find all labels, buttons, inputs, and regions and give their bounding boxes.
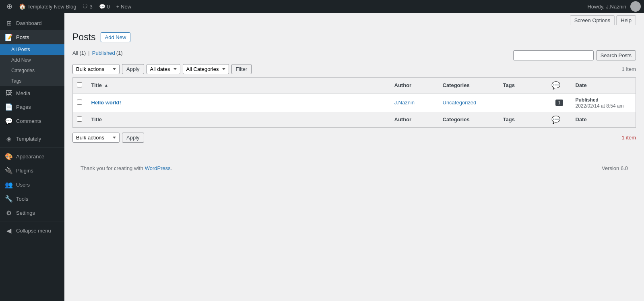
subnav-all-count: (1) [79, 50, 86, 56]
categories-select[interactable]: All Categories [183, 64, 229, 74]
select-all-checkbox[interactable] [77, 82, 82, 87]
sidebar-item-tools[interactable]: 🔧 Tools [0, 192, 64, 206]
checkbox-all-footer [73, 112, 87, 128]
appearance-icon: 🎨 [5, 153, 13, 160]
filter-bar-bottom: Bulk actions Edit Move to Trash Apply 1 … [72, 133, 636, 143]
sidebar-item-templately[interactable]: ◈ Templately [0, 132, 64, 146]
select-all-footer-checkbox[interactable] [77, 116, 82, 122]
sidebar: ⊞ Dashboard 📝 Posts All Posts Add New Ca… [0, 13, 64, 301]
page-title: Posts [72, 31, 96, 44]
sidebar-item-pages[interactable]: 📄 Pages [0, 100, 64, 114]
search-area: Search Posts [513, 50, 636, 60]
tags-header-label: Tags [503, 82, 515, 88]
author-cell: J.Naznin [390, 93, 439, 112]
search-posts-button[interactable]: Search Posts [596, 50, 636, 60]
tools-icon: 🔧 [5, 195, 13, 203]
site-name-label: Templately New Blog [27, 4, 76, 10]
title-header-label: Title [91, 82, 102, 88]
adminbar-avatar[interactable] [630, 1, 641, 12]
sidebar-item-all-posts[interactable]: All Posts [0, 44, 64, 55]
subnav-separator: | [88, 50, 89, 56]
comments-badge[interactable]: 1 [555, 100, 563, 106]
subnav-published[interactable]: Published [92, 50, 115, 56]
date-header: Date [572, 77, 636, 93]
sidebar-item-appearance[interactable]: 🎨 Appearance [0, 149, 64, 164]
sidebar-item-media[interactable]: 🖼 Media [0, 86, 64, 100]
comments-icon: 💬 [99, 4, 105, 10]
author-link[interactable]: J.Naznin [394, 100, 415, 106]
author-header: Author [390, 77, 439, 93]
author-header-label: Author [394, 82, 412, 88]
sidebar-item-categories[interactable]: Categories [0, 65, 64, 76]
apply-button-top[interactable]: Apply [122, 64, 144, 74]
sidebar-item-label: Pages [16, 104, 31, 110]
sidebar-item-users[interactable]: 👥 Users [0, 178, 64, 192]
adminbar-wp-logo[interactable]: ⊕ [3, 0, 16, 13]
bulk-actions-select-bottom[interactable]: Bulk actions Edit Move to Trash [72, 133, 120, 143]
dashboard-icon: ⊞ [5, 19, 13, 27]
title-header[interactable]: Title ▲ [87, 77, 390, 93]
apply-button-bottom[interactable]: Apply [122, 133, 144, 143]
author-footer: Author [390, 112, 439, 128]
categories-footer: Categories [439, 112, 499, 128]
collapse-icon: ◀ [5, 227, 13, 235]
sidebar-item-settings[interactable]: ⚙ Settings [0, 206, 64, 220]
sidebar-item-label: Settings [16, 210, 35, 216]
subnav-published-count: (1) [116, 50, 123, 56]
tags-value: — [503, 100, 508, 106]
search-input[interactable] [513, 50, 594, 60]
add-new-label: Add New [11, 57, 31, 63]
wp-logo-icon: ⊕ [6, 2, 12, 11]
sidebar-item-comments[interactable]: 💬 Comments [0, 114, 64, 128]
site-name-icon: 🏠 [19, 3, 26, 10]
row-checkbox[interactable] [77, 100, 82, 105]
sidebar-item-add-new[interactable]: Add New [0, 55, 64, 65]
add-new-button[interactable]: Add New [101, 32, 131, 42]
date-cell: Published 2022/02/14 at 8:54 am [572, 93, 636, 112]
sidebar-item-plugins[interactable]: 🔌 Plugins [0, 164, 64, 178]
adminbar-new[interactable]: + New [113, 0, 134, 13]
adminbar-comments[interactable]: 💬 0 [96, 0, 113, 13]
categories-header-label: Categories [443, 82, 470, 88]
item-count-bottom: 1 item [622, 135, 636, 141]
sidebar-item-dashboard[interactable]: ⊞ Dashboard [0, 16, 64, 30]
sidebar-item-posts[interactable]: 📝 Posts [0, 30, 64, 44]
subnav-all[interactable]: All [72, 50, 78, 56]
sidebar-item-label: Tools [16, 196, 28, 202]
sidebar-item-collapse[interactable]: ◀ Collapse menu [0, 224, 64, 238]
comments-icon-footer: 💬 [551, 115, 560, 124]
templately-icon: ◈ [5, 135, 13, 143]
post-title-link[interactable]: Hello world! [91, 100, 121, 106]
categories-label: Categories [11, 68, 35, 73]
adminbar-site-name[interactable]: 🏠 Templately New Blog [16, 0, 79, 13]
sidebar-item-tags[interactable]: Tags [0, 76, 64, 86]
comments-header: 💬 [547, 77, 572, 93]
filter-button[interactable]: Filter [231, 64, 252, 74]
bulk-actions-select-top[interactable]: Bulk actions Edit Move to Trash [72, 64, 120, 74]
category-link[interactable]: Uncategorized [443, 100, 477, 106]
help-button[interactable]: Help [616, 15, 636, 25]
sidebar-item-label: Appearance [16, 154, 44, 160]
all-posts-label: All Posts [11, 47, 30, 52]
wordpress-link[interactable]: WordPress [145, 165, 171, 171]
adminbar-updates[interactable]: 🛡 3 [79, 0, 95, 13]
comments-cell: 1 [547, 93, 572, 112]
published-date: 2022/02/14 at 8:54 am [576, 103, 624, 109]
footer: Thank you for creating with WordPress. V… [72, 159, 636, 178]
table-footer-row: Title Author Categories Tags 💬 [73, 112, 636, 128]
adminbar-howdy: Howdy, J.Naznin [587, 4, 626, 10]
comments-count: 0 [107, 4, 110, 10]
comments-nav-icon: 💬 [5, 117, 13, 125]
sidebar-item-label: Media [16, 90, 30, 96]
dates-select[interactable]: All dates [147, 64, 180, 74]
media-icon: 🖼 [5, 89, 13, 97]
sort-arrow-icon: ▲ [104, 83, 108, 87]
filter-bar-top: Bulk actions Edit Move to Trash Apply Al… [72, 64, 636, 74]
pages-icon: 📄 [5, 103, 13, 111]
top-bar: Screen Options Help [64, 13, 644, 27]
date-header-label: Date [576, 82, 587, 88]
plugins-icon: 🔌 [5, 167, 13, 174]
sidebar-item-label: Templately [16, 136, 41, 142]
categories-header: Categories [439, 77, 499, 93]
screen-options-button[interactable]: Screen Options [570, 15, 615, 25]
